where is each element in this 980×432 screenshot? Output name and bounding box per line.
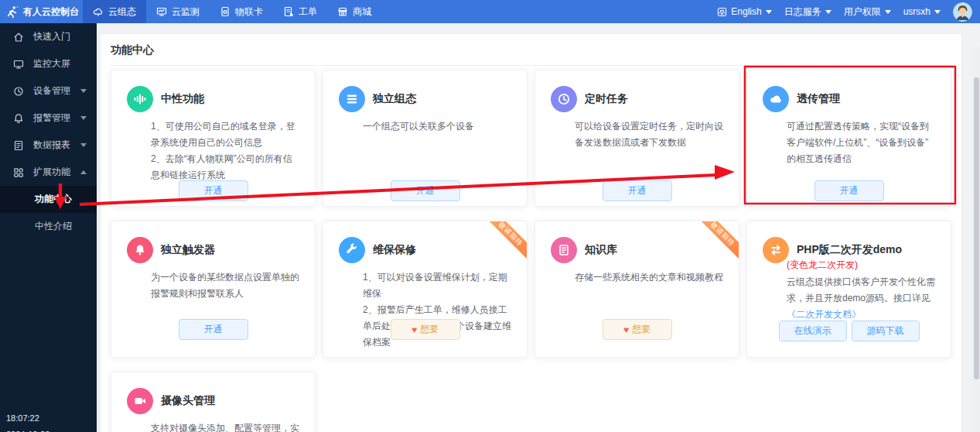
main-content: 功能中心 中性功能 1、可使用公司自己的域名登录，登录系统使用自己的公司信息 2… [97, 23, 980, 432]
sidebar-subitem-label: 中性介绍 [35, 220, 72, 233]
sidebar-item-quick-start[interactable]: 快速入门 [0, 23, 97, 50]
card-title: 知识库 [585, 243, 617, 257]
chevron-down-icon [885, 10, 891, 14]
activate-button[interactable]: 开通 [391, 180, 460, 201]
cloud-icon [93, 6, 104, 17]
nav-tab-label: 商城 [353, 5, 371, 19]
big-screen-icon [13, 59, 24, 70]
clock-time: 18:07:22 [6, 413, 39, 423]
sidebar-item-label: 数据报表 [33, 139, 70, 152]
nav-tab-cloud-scada[interactable]: 云组态 [83, 0, 146, 23]
card-title: 透传管理 [797, 92, 840, 106]
nav-tab-label: 云组态 [108, 5, 136, 19]
user-permission-label: 用户权限 [844, 5, 881, 19]
card-title: 摄像头管理 [161, 394, 215, 408]
page-title: 功能中心 [101, 34, 961, 65]
nav-tab-label: 云监测 [172, 5, 200, 19]
brand-title: 有人云控制台 [23, 5, 79, 19]
sidebar-item-monitor-screen[interactable]: 监控大屏 [0, 50, 97, 77]
card-title: 中性功能 [161, 92, 204, 106]
activate-button[interactable]: 开通 [814, 180, 884, 201]
nav-tab-mall[interactable]: 商城 [327, 0, 381, 23]
card-description: 支持对摄像头添加、配置等管理，实现对自己关注场景的画面监控 [151, 420, 301, 432]
card-description: 云组态提供接口供客户开发个性化需求，并且开放demo源码。接口详见《二次开发文档… [787, 274, 937, 323]
equalizer-icon [127, 86, 153, 112]
bell-icon [127, 237, 153, 263]
sidebar-subitem-feature-center[interactable]: 功能中心 [0, 186, 97, 213]
user-avatar[interactable] [953, 2, 972, 22]
home-icon [13, 32, 24, 43]
username-dropdown[interactable]: usrsxh [903, 6, 941, 17]
nav-tab-cloud-monitor[interactable]: 云监测 [146, 0, 210, 23]
alarm-icon [13, 113, 24, 124]
transfer-arrows-icon [763, 237, 789, 263]
card-red-note: (变色龙二次开发) [787, 257, 937, 273]
card-title: 维保保修 [373, 243, 416, 257]
topbar-right: English 日志服务 用户权限 usrsxh [717, 0, 980, 23]
sidebar-subitem-neutral-intro[interactable]: 中性介绍 [0, 213, 97, 240]
nav-tab-label: 工单 [299, 5, 317, 19]
log-service-dropdown[interactable]: 日志服务 [784, 5, 831, 19]
activate-button[interactable]: 开通 [179, 180, 248, 201]
chevron-down-icon [766, 10, 772, 14]
card-description: 1、可使用公司自己的域名登录，登录系统使用自己的公司信息 2、去除“有人物联网”… [151, 118, 301, 183]
activate-button[interactable]: 开通 [179, 319, 248, 340]
clock-icon [551, 86, 577, 112]
card-scheduled-task: 定时任务 可以给设备设置定时任务，定时向设备发送数据流或者下发数据 开通 [534, 70, 739, 207]
nav-tab-iot-sim[interactable]: 物联卡 [210, 0, 273, 23]
card-title: 定时任务 [585, 92, 628, 106]
online-demo-button[interactable]: 在线演示 [779, 321, 847, 341]
card-description-text: 云组态提供接口供客户开发个性化需求，并且开放demo源码。接口详见 [787, 276, 935, 303]
coming-soon-ribbon: 敬请期待 [480, 221, 528, 265]
log-service-label: 日志服务 [784, 5, 821, 19]
language-label: English [731, 6, 761, 17]
scrollbar-thumb[interactable] [974, 77, 979, 379]
monitor-icon [156, 6, 167, 17]
card-standalone-scada: 独立组态 一个组态可以关联多个设备 开通 [323, 70, 528, 207]
document-icon [551, 237, 577, 263]
sidebar-item-label: 设备管理 [33, 84, 70, 98]
brand: 有人云控制台 [0, 0, 83, 23]
card-grid: 中性功能 1、可使用公司自己的域名登录，登录系统使用自己的公司信息 2、去除“有… [101, 66, 961, 432]
report-icon [13, 140, 24, 151]
activate-button[interactable]: 开通 [603, 180, 672, 201]
card-camera-management: 摄像头管理 支持对摄像头添加、配置等管理，实现对自己关注场景的画面监控 [111, 372, 316, 432]
sidebar-item-alarm-management[interactable]: 报警管理 [0, 105, 97, 132]
want-button-label: 想要 [632, 323, 650, 336]
username-label: usrsxh [903, 6, 930, 17]
sidebar-item-device-management[interactable]: 设备管理 [0, 77, 97, 105]
device-icon [13, 86, 24, 97]
language-dropdown[interactable]: English [717, 6, 771, 17]
extension-icon [13, 167, 24, 178]
card-neutral-feature: 中性功能 1、可使用公司自己的域名登录，登录系统使用自己的公司信息 2、去除“有… [111, 70, 316, 207]
user-permission-dropdown[interactable]: 用户权限 [844, 5, 891, 19]
sidebar-subitem-label: 功能中心 [35, 193, 72, 206]
card-knowledge-base: 敬请期待 知识库 存储一些系统相关的文章和视频教程 ♥ 想要 [534, 221, 739, 358]
card-title: PHP版二次开发demo [797, 243, 902, 257]
card-title: 独立触发器 [161, 243, 215, 257]
chevron-down-icon [80, 89, 87, 93]
camera-icon [127, 388, 153, 414]
card-description: 存储一些系统相关的文章和视频教程 [575, 269, 725, 286]
want-button[interactable]: ♥ 想要 [391, 319, 460, 340]
chevron-down-icon [825, 10, 831, 14]
sidebar-item-extensions[interactable]: 扩展功能 [0, 159, 97, 186]
dev-doc-link[interactable]: 《二次开发文档》 [787, 309, 861, 320]
card-standalone-trigger: 独立触发器 为一个设备的某些数据点设置单独的报警规则和报警联系人 开通 [111, 221, 316, 358]
chevron-up-icon [80, 170, 87, 174]
sidebar-item-data-report[interactable]: 数据报表 [0, 132, 97, 159]
wrench-icon [339, 237, 365, 263]
want-button[interactable]: ♥ 想要 [603, 319, 672, 340]
language-icon [717, 7, 727, 17]
nav-tab-label: 物联卡 [235, 5, 263, 19]
top-navbar: 有人云控制台 云组态 云监测 物联卡 工单 商城 English [0, 0, 980, 23]
cloud-icon [763, 86, 789, 112]
heart-icon: ♥ [623, 325, 629, 334]
feature-center-panel: 功能中心 中性功能 1、可使用公司自己的域名登录，登录系统使用自己的公司信息 2… [101, 34, 961, 432]
work-order-icon [283, 6, 294, 17]
nav-tab-work-order[interactable]: 工单 [273, 0, 327, 23]
chevron-down-icon [934, 10, 941, 14]
sim-card-icon [220, 6, 230, 17]
source-download-button[interactable]: 源码下载 [852, 321, 920, 341]
sidebar-item-label: 报警管理 [33, 111, 70, 125]
